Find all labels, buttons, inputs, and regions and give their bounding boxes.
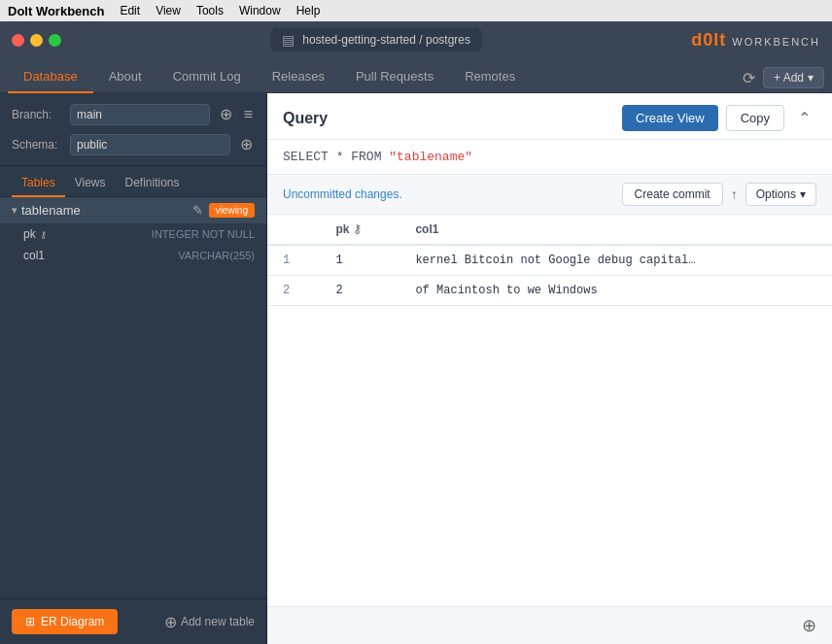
menu-window[interactable]: Window: [239, 4, 281, 17]
branch-label: Branch:: [12, 108, 62, 121]
uncommitted-link[interactable]: Uncommitted changes.: [283, 187, 402, 201]
row-num-1: 1: [267, 245, 320, 276]
create-commit-button[interactable]: Create commit: [622, 183, 723, 206]
column-type-pk: INTEGER NOT NULL: [152, 228, 255, 240]
row-num-2: 2: [267, 276, 320, 306]
branch-row: Branch: main ⊕ ≡: [12, 103, 255, 125]
menu-view[interactable]: View: [156, 4, 181, 17]
titlebar: ▤ hosted-getting-started / postgres d0lt…: [0, 21, 832, 58]
sub-tab-views[interactable]: Views: [65, 172, 116, 197]
add-row-button[interactable]: ⊕: [802, 615, 816, 636]
push-icon-button[interactable]: ↑: [731, 186, 738, 202]
add-table-label: Add new table: [181, 615, 255, 628]
copy-button[interactable]: Copy: [726, 105, 784, 131]
edit-icon[interactable]: ✎: [192, 203, 203, 218]
th-pk: pk ⚷: [320, 215, 399, 245]
cell-pk-2[interactable]: 2: [320, 276, 399, 306]
brand-lt: lt: [713, 30, 726, 50]
cell-col1-2[interactable]: of Macintosh to we Windows: [399, 276, 832, 306]
query-header: Query Create View Copy ⌃: [267, 93, 832, 140]
main-layout: Branch: main ⊕ ≡ Schema: public ⊕ Tables…: [0, 93, 832, 644]
tab-commit-log[interactable]: Commit Log: [157, 61, 257, 93]
collapse-button[interactable]: ⌃: [792, 105, 816, 131]
tab-remotes[interactable]: Remotes: [449, 61, 531, 93]
plus-circle-icon: ⊕: [164, 613, 177, 631]
sidebar: Branch: main ⊕ ≡ Schema: public ⊕ Tables…: [0, 93, 267, 644]
th-col1: col1: [399, 215, 832, 245]
branch-menu-button[interactable]: ≡: [242, 104, 255, 125]
sql-from: FROM: [351, 150, 381, 164]
viewing-badge: viewing: [209, 203, 255, 218]
content: Query Create View Copy ⌃ SELECT * FROM "…: [267, 93, 832, 644]
er-label: ER Diagram: [41, 615, 104, 628]
traffic-lights: [12, 34, 61, 47]
query-toolbar: Uncommitted changes. Create commit ↑ Opt…: [267, 175, 832, 215]
cell-pk-1[interactable]: 1: [320, 245, 399, 276]
add-branch-button[interactable]: ⊕: [218, 103, 234, 125]
brand-logo: d0lt WORKBENCH: [691, 30, 820, 51]
th-row-num: [267, 215, 320, 245]
er-diagram-button[interactable]: ⊞ ER Diagram: [12, 609, 118, 634]
er-icon: ⊞: [25, 615, 35, 628]
sub-tab-tables[interactable]: Tables: [12, 172, 65, 197]
brand-d: d: [691, 30, 703, 50]
sidebar-bottom: ⊞ ER Diagram ⊕ Add new table: [0, 598, 266, 644]
sub-tabs: Tables Views Definitions: [0, 166, 266, 197]
table-item-tablename[interactable]: ▾ tablename ✎ viewing: [0, 197, 266, 223]
table-item-actions: ✎ viewing: [192, 203, 255, 218]
app-logo: Dolt Workbench: [8, 4, 104, 18]
tab-pull-requests[interactable]: Pull Requests: [340, 61, 449, 93]
table-row: 2 2 of Macintosh to we Windows: [267, 276, 832, 306]
add-table-button[interactable]: ⊕ Add new table: [164, 613, 255, 631]
query-title: Query: [283, 110, 328, 127]
chevron-down-icon: ▾: [12, 204, 17, 217]
column-name-pk: pk ⚷: [23, 227, 152, 241]
column-name-col1: col1: [23, 249, 178, 262]
create-view-button[interactable]: Create View: [622, 105, 718, 131]
add-label: + Add: [774, 71, 804, 85]
tab-about[interactable]: About: [93, 61, 157, 93]
column-type-col1: VARCHAR(255): [178, 250, 255, 261]
table-header-row: pk ⚷ col1: [267, 215, 832, 245]
nav-actions: ⟳ + Add ▾: [743, 67, 824, 92]
branch-select[interactable]: main: [70, 104, 210, 125]
minimize-window-button[interactable]: [30, 34, 43, 47]
refresh-button[interactable]: ⟳: [743, 69, 755, 87]
menubar: Dolt Workbench Edit View Tools Window He…: [0, 0, 832, 21]
sub-tab-definitions[interactable]: Definitions: [115, 172, 189, 197]
repo-name: hosted-getting-started / postgres: [302, 33, 470, 47]
data-table: pk ⚷ col1 1 1 kernel Bitcoin not Google …: [267, 215, 832, 606]
chevron-down-icon: ▾: [808, 71, 814, 85]
menu-tools[interactable]: Tools: [196, 4, 224, 17]
maximize-window-button[interactable]: [49, 34, 61, 47]
add-schema-button[interactable]: ⊕: [238, 133, 255, 155]
repo-title: ▤ hosted-getting-started / postgres: [270, 28, 482, 51]
options-button[interactable]: Options ▾: [745, 183, 816, 206]
primary-key-icon: ⚷: [40, 229, 47, 240]
options-label: Options: [756, 187, 796, 201]
table-row: 1 1 kernel Bitcoin not Google debug capi…: [267, 245, 832, 276]
column-item-col1[interactable]: col1 VARCHAR(255): [0, 245, 266, 266]
cell-col1-1[interactable]: kernel Bitcoin not Google debug capital…: [399, 245, 832, 276]
brand-0: 0: [703, 30, 713, 50]
menu-edit[interactable]: Edit: [120, 4, 140, 17]
pk-col-name: pk: [335, 222, 349, 236]
sidebar-selectors: Branch: main ⊕ ≡ Schema: public ⊕: [0, 93, 266, 166]
chevron-down-icon: ▾: [800, 187, 806, 201]
schema-row: Schema: public ⊕: [12, 133, 255, 155]
column-item-pk[interactable]: pk ⚷ INTEGER NOT NULL: [0, 223, 266, 245]
sql-select: SELECT: [283, 150, 329, 164]
close-window-button[interactable]: [12, 34, 24, 47]
content-bottom: ⊕: [267, 606, 832, 644]
add-button[interactable]: + Add ▾: [763, 67, 824, 88]
pk-key-icon: ⚷: [353, 222, 362, 236]
results-table: pk ⚷ col1 1 1 kernel Bitcoin not Google …: [267, 215, 832, 306]
schema-label: Schema:: [12, 138, 62, 152]
brand-workbench: WORKBENCH: [732, 36, 820, 48]
uncommitted-text: Uncommitted changes.: [283, 187, 614, 201]
tab-releases[interactable]: Releases: [257, 61, 340, 93]
menu-help[interactable]: Help: [296, 4, 321, 17]
sql-editor[interactable]: SELECT * FROM "tablename": [267, 140, 832, 175]
tab-database[interactable]: Database: [8, 61, 93, 93]
schema-select[interactable]: public: [70, 134, 230, 155]
